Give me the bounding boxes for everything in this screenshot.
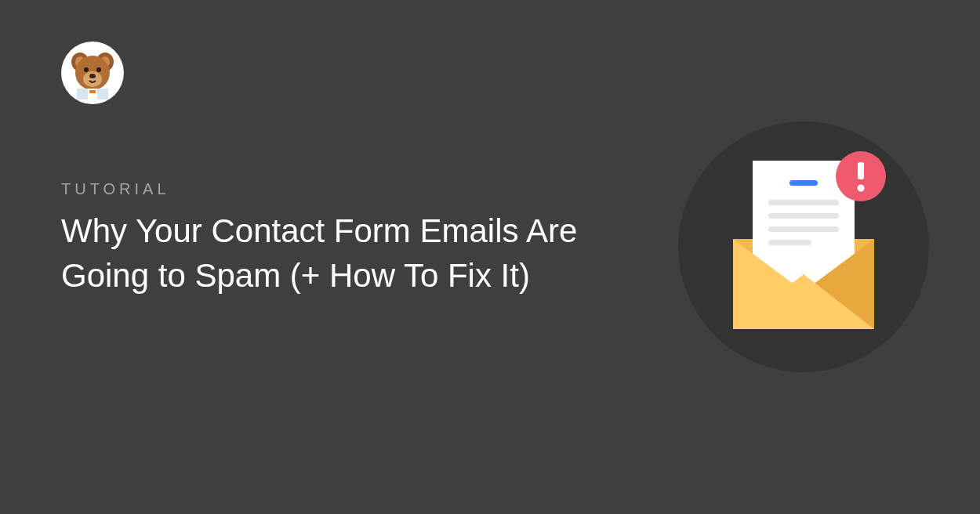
email-alert-icon — [674, 118, 933, 376]
article-category: TUTORIAL — [61, 180, 626, 198]
svg-point-7 — [96, 67, 101, 72]
email-spam-illustration — [674, 118, 933, 376]
author-avatar — [61, 42, 124, 104]
article-title: Why Your Contact Form Emails Are Going t… — [61, 209, 626, 298]
svg-rect-17 — [768, 213, 839, 219]
svg-rect-11 — [89, 90, 96, 93]
svg-point-6 — [84, 67, 89, 72]
svg-rect-24 — [858, 162, 864, 179]
svg-rect-18 — [768, 226, 839, 232]
wpforms-bear-icon — [66, 46, 119, 100]
article-content: TUTORIAL Why Your Contact Form Emails Ar… — [61, 180, 626, 298]
svg-rect-16 — [768, 200, 839, 205]
svg-rect-15 — [789, 180, 818, 186]
svg-point-25 — [858, 185, 865, 192]
svg-point-8 — [89, 74, 96, 78]
svg-rect-19 — [768, 240, 811, 245]
